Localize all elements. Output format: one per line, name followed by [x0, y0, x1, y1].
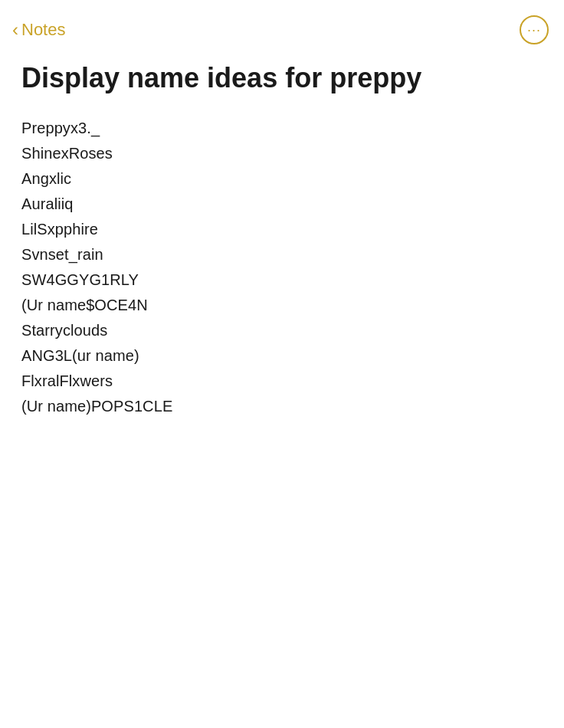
note-items-list: Preppyx3._ShinexRosesAngxlicAuraliiqLilS… — [21, 116, 543, 419]
list-item: Preppyx3._ — [21, 116, 543, 141]
list-item: LilSxpphire — [21, 217, 543, 242]
note-content: Display name ideas for preppy Preppyx3._… — [0, 54, 564, 450]
list-item: Angxlic — [21, 166, 543, 192]
list-item: Starryclouds — [21, 318, 543, 343]
note-title: Display name ideas for preppy — [21, 61, 543, 94]
chevron-left-icon: ‹ — [12, 21, 18, 39]
list-item: Svnset_rain — [21, 242, 543, 267]
back-button[interactable]: ‹ Notes — [12, 20, 65, 40]
list-item: FlxralFlxwers — [21, 369, 543, 394]
list-item: (Ur name)POPS1CLE — [21, 394, 543, 419]
ellipsis-icon: ··· — [527, 22, 541, 38]
back-label: Notes — [21, 20, 65, 40]
list-item: (Ur name$OCE4N — [21, 293, 543, 318]
list-item: ShinexRoses — [21, 141, 543, 166]
list-item: Auraliiq — [21, 192, 543, 217]
list-item: ANG3L(ur name) — [21, 343, 543, 369]
more-options-button[interactable]: ··· — [520, 15, 549, 44]
list-item: SW4GGYG1RLY — [21, 267, 543, 293]
top-bar: ‹ Notes ··· — [0, 0, 564, 54]
